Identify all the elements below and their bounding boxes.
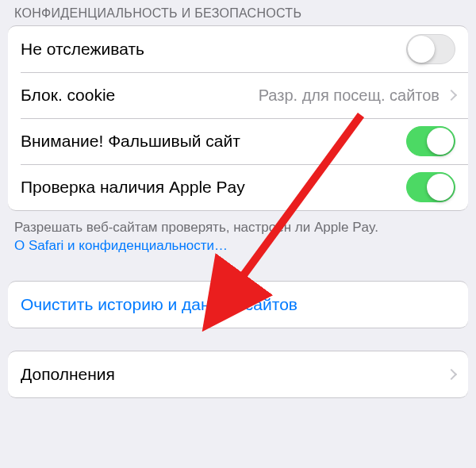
do-not-track-row[interactable]: Не отслеживать bbox=[8, 26, 468, 72]
apple-pay-check-switch[interactable] bbox=[406, 172, 455, 202]
block-cookies-label: Блок. cookie bbox=[21, 86, 259, 105]
chevron-right-icon bbox=[446, 369, 457, 380]
fraud-warning-label: Внимание! Фальшивый сайт bbox=[21, 132, 406, 151]
switch-knob bbox=[408, 36, 435, 63]
extensions-row[interactable]: Дополнения bbox=[8, 351, 468, 397]
privacy-section-footer: Разрешать веб-сайтам проверять, настроен… bbox=[0, 211, 476, 259]
switch-knob bbox=[427, 128, 454, 155]
extensions-group: Дополнения bbox=[8, 351, 468, 398]
switch-knob bbox=[427, 174, 454, 201]
block-cookies-row[interactable]: Блок. cookie Разр. для посещ. сайтов bbox=[8, 72, 468, 118]
clear-group: Очистить историю и данные сайтов bbox=[8, 281, 468, 328]
extensions-label: Дополнения bbox=[21, 365, 444, 384]
clear-history-row[interactable]: Очистить историю и данные сайтов bbox=[8, 282, 468, 328]
about-safari-privacy-link[interactable]: О Safari и конфиденциальности… bbox=[14, 238, 228, 253]
privacy-section-header: КОНФИДЕНЦИАЛЬНОСТЬ И БЕЗОПАСНОСТЬ bbox=[0, 0, 476, 25]
apple-pay-check-label: Проверка наличия Apple Pay bbox=[21, 178, 406, 197]
do-not-track-label: Не отслеживать bbox=[21, 40, 406, 59]
privacy-footer-text: Разрешать веб-сайтам проверять, настроен… bbox=[14, 220, 378, 235]
apple-pay-check-row[interactable]: Проверка наличия Apple Pay bbox=[8, 164, 468, 210]
fraud-warning-switch[interactable] bbox=[406, 126, 455, 156]
privacy-group: Не отслеживать Блок. cookie Разр. для по… bbox=[8, 25, 468, 211]
fraud-warning-row[interactable]: Внимание! Фальшивый сайт bbox=[8, 118, 468, 164]
do-not-track-switch[interactable] bbox=[406, 34, 455, 64]
clear-history-label: Очистить историю и данные сайтов bbox=[21, 295, 455, 314]
chevron-right-icon bbox=[446, 90, 457, 101]
block-cookies-value: Разр. для посещ. сайтов bbox=[259, 86, 440, 105]
